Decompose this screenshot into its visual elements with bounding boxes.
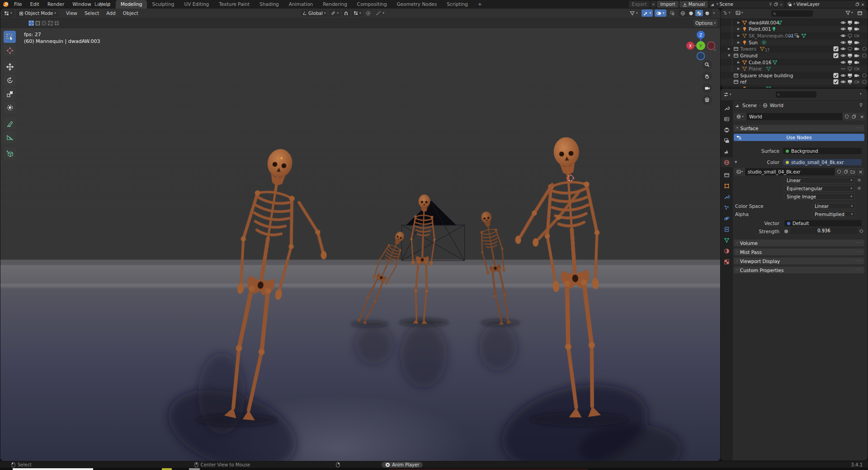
tab-material[interactable] [721, 246, 733, 256]
use-nodes-button[interactable]: Use Nodes [734, 134, 864, 141]
tab-texture-paint[interactable]: Texture Paint [214, 0, 255, 9]
tab-object[interactable] [721, 181, 733, 191]
select-mode-box-button[interactable] [35, 20, 40, 26]
hide-eye-toggle[interactable] [840, 46, 846, 52]
tool-move[interactable] [4, 61, 16, 73]
outliner-search[interactable] [771, 10, 813, 17]
expand-icon[interactable]: ▶ [737, 66, 740, 71]
world-browse-button[interactable]: ▾ [734, 113, 746, 120]
shading-material-button[interactable] [695, 10, 703, 16]
hide-eye-toggle[interactable] [840, 66, 846, 71]
render-disable-toggle[interactable] [854, 26, 859, 32]
viewport-disable-toggle[interactable] [847, 66, 853, 71]
menu-add[interactable]: Add [103, 9, 119, 18]
unlink-scene-icon[interactable]: × [779, 2, 783, 7]
hide-eye-toggle[interactable] [840, 33, 846, 38]
viewport-disable-toggle[interactable] [847, 33, 853, 38]
hide-eye-toggle[interactable] [840, 40, 846, 45]
sidebar-collapse-arrow[interactable]: ‹ [714, 47, 716, 53]
new-world-button[interactable] [850, 113, 858, 120]
export-button[interactable]: Export [629, 1, 650, 8]
holdout-toggle[interactable] [862, 53, 867, 58]
tool-add-cube[interactable] [4, 147, 16, 160]
outliner-row-dwadaw004[interactable]: ▶ dwadAW.004 [721, 19, 868, 26]
interpolation-dropdown[interactable]: Linear▾ [784, 177, 855, 183]
breadcrumb-scene[interactable]: Scene [742, 103, 757, 108]
viewport-disable-toggle[interactable] [847, 73, 853, 78]
exclude-checkbox[interactable] [833, 53, 839, 58]
image-fake-user-button[interactable] [835, 168, 842, 175]
tool-select-box[interactable] [4, 31, 16, 43]
image-browse-button[interactable]: ▾ [734, 168, 745, 175]
panel-drag-dots[interactable]: ···· [855, 268, 862, 272]
exclude-checkbox[interactable] [833, 46, 839, 52]
viewport-disable-toggle[interactable] [847, 79, 853, 85]
viewport-disable-toggle[interactable] [847, 60, 853, 65]
transform-orientation-dropdown[interactable]: Global ▾ [301, 9, 327, 17]
pin-id-icon[interactable] [859, 103, 863, 108]
render-disable-toggle[interactable] [854, 33, 859, 38]
tab-scripting[interactable]: Scripting [442, 0, 473, 9]
expand-icon[interactable]: ▶ [737, 60, 740, 65]
tab-layout[interactable]: Layout [90, 0, 116, 9]
new-collection-button[interactable] [857, 10, 863, 16]
menu-file[interactable]: File [10, 0, 26, 9]
properties-search[interactable] [776, 91, 816, 98]
viewport-disable-toggle[interactable] [847, 40, 853, 45]
render-disable-toggle[interactable] [854, 79, 859, 85]
render-disable-toggle[interactable] [854, 53, 859, 58]
zoom-button[interactable] [702, 60, 712, 70]
new-viewlayer-icon[interactable] [855, 2, 859, 6]
render-disable-toggle[interactable] [854, 73, 859, 78]
shading-solid-button[interactable] [687, 10, 695, 16]
viewport-disable-toggle[interactable] [847, 53, 853, 58]
keyframe-diamond-icon[interactable]: ◇ [859, 228, 863, 234]
hide-eye-toggle[interactable] [840, 20, 846, 25]
holdout-toggle[interactable] [862, 46, 867, 52]
tool-cursor[interactable] [4, 44, 16, 56]
image-new-button[interactable] [842, 168, 849, 175]
expand-icon[interactable]: ▶ [737, 20, 740, 25]
shading-wireframe-button[interactable] [679, 10, 687, 16]
render-disable-toggle[interactable] [854, 46, 859, 52]
manual-button[interactable]: Manual [679, 1, 708, 8]
viewport-display-panel-header[interactable]: › Viewport Display ···· [734, 258, 864, 264]
hide-eye-toggle[interactable] [840, 73, 846, 78]
display-mode-dropdown[interactable]: ▾ [736, 10, 743, 15]
render-disable-toggle[interactable] [854, 40, 859, 45]
source-dropdown[interactable]: Single Image▾ [784, 193, 855, 200]
overlays-dropdown[interactable]: ▾ [655, 9, 666, 17]
outliner-row-ground[interactable]: ▼ Ground [721, 52, 868, 59]
alpha-dropdown[interactable]: Premultiplied▾ [812, 211, 855, 217]
select-mode-tweak-button[interactable] [28, 20, 34, 26]
tab-view-layer[interactable] [721, 136, 733, 146]
panel-drag-dots[interactable]: ···· [855, 250, 862, 254]
outliner-row-sk-mannequin[interactable]: ▶ SK_Mannequin.001 [721, 33, 868, 39]
animate-dot-button[interactable] [858, 187, 861, 190]
tool-scale[interactable] [4, 88, 16, 100]
remove-viewlayer-icon[interactable]: × [861, 2, 864, 7]
image-open-button[interactable] [849, 168, 856, 175]
viewport-disable-toggle[interactable] [847, 20, 853, 25]
outliner-row-cube016[interactable]: ▶ Cube.016 [721, 59, 868, 66]
chevrons-icon[interactable]: » [651, 1, 656, 8]
tool-annotate[interactable] [4, 118, 16, 130]
tab-sculpting[interactable]: Sculpting [147, 0, 179, 9]
xray-toggle[interactable] [668, 9, 677, 17]
tool-rotate[interactable] [4, 74, 16, 86]
properties-search-input[interactable] [781, 91, 815, 98]
fake-user-button[interactable] [843, 113, 850, 120]
menu-view[interactable]: View [62, 9, 81, 18]
outliner-row-clipped[interactable] [721, 85, 868, 88]
outliner-row-point001[interactable]: ▶ Point.001 [721, 26, 868, 32]
tool-transform[interactable] [4, 101, 16, 113]
select-mode-lasso-button[interactable] [47, 20, 53, 26]
hide-eye-toggle[interactable] [840, 53, 846, 58]
hide-eye-toggle[interactable] [840, 60, 846, 65]
tab-scene[interactable] [721, 146, 733, 156]
tab-render[interactable] [721, 114, 733, 124]
snap-with-dropdown[interactable]: ▾ [352, 9, 363, 17]
pivot-point-dropdown[interactable]: ▾ [329, 9, 340, 17]
render-disable-toggle[interactable] [854, 20, 859, 25]
hide-eye-toggle[interactable] [840, 79, 846, 85]
